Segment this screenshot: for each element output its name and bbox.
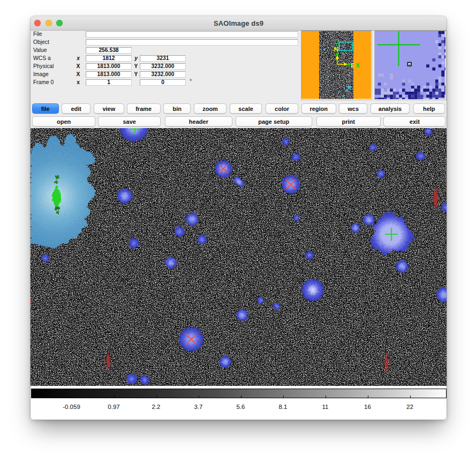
svg-text:N: N: [334, 46, 338, 53]
svg-text:X: X: [356, 62, 360, 69]
svg-text:E: E: [351, 62, 355, 69]
